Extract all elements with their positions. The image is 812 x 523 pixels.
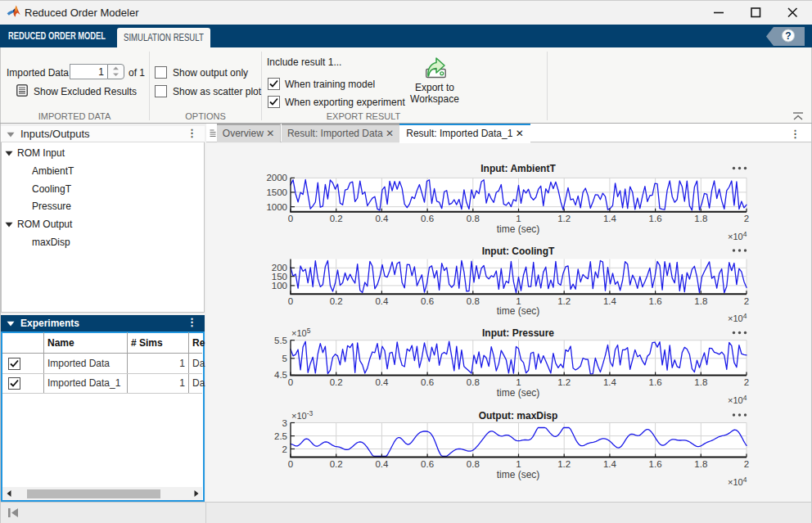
svg-text:5.5: 5.5	[274, 336, 287, 345]
svg-text:1000: 1000	[266, 202, 287, 212]
svg-text:2: 2	[744, 296, 749, 306]
svg-text:Input: CoolingT: Input: CoolingT	[482, 246, 555, 257]
svg-text:1: 1	[516, 377, 521, 387]
svg-text:1: 1	[516, 459, 521, 469]
svg-text:1.6: 1.6	[649, 377, 662, 387]
svg-text:1.2: 1.2	[557, 377, 571, 387]
svg-text:1.4: 1.4	[603, 459, 617, 469]
svg-text:1.6: 1.6	[649, 214, 662, 223]
svg-text:0.6: 0.6	[421, 459, 434, 469]
svg-text:1: 1	[516, 214, 521, 223]
svg-text:2: 2	[744, 459, 749, 469]
svg-text:1.8: 1.8	[694, 296, 707, 306]
svg-text:0.6: 0.6	[421, 296, 434, 306]
svg-text:1.8: 1.8	[694, 377, 707, 387]
svg-text:2000: 2000	[266, 173, 287, 183]
svg-text:0.8: 0.8	[467, 296, 480, 306]
svg-text:0.8: 0.8	[467, 459, 480, 469]
svg-text:0.6: 0.6	[421, 377, 434, 387]
svg-text:×104: ×104	[728, 230, 747, 241]
svg-text:×104: ×104	[728, 476, 747, 487]
svg-text:×104: ×104	[728, 394, 747, 405]
svg-text:2: 2	[744, 377, 749, 387]
svg-text:0.4: 0.4	[375, 377, 389, 387]
svg-text:1.4: 1.4	[603, 377, 617, 387]
svg-text:0: 0	[288, 214, 293, 223]
svg-text:4.5: 4.5	[274, 370, 287, 380]
svg-text:0.2: 0.2	[330, 214, 343, 223]
svg-text:1.6: 1.6	[649, 296, 662, 306]
svg-text:time (sec): time (sec)	[497, 469, 540, 480]
svg-text:0.4: 0.4	[375, 214, 389, 223]
svg-text:1.8: 1.8	[694, 459, 707, 469]
svg-text:2.5: 2.5	[274, 431, 287, 441]
svg-text:time (sec): time (sec)	[497, 387, 540, 399]
svg-text:time (sec): time (sec)	[497, 223, 540, 235]
svg-text:time (sec): time (sec)	[497, 305, 540, 317]
svg-text:1.8: 1.8	[694, 214, 707, 223]
svg-text:100: 100	[272, 281, 287, 291]
svg-text:2: 2	[282, 444, 287, 454]
svg-text:Output: maxDisp: Output: maxDisp	[479, 410, 558, 422]
svg-text:1.4: 1.4	[603, 214, 617, 223]
svg-text:×104: ×104	[728, 312, 747, 323]
svg-text:0.8: 0.8	[467, 214, 480, 223]
svg-text:0.2: 0.2	[330, 377, 343, 387]
svg-text:Input: Pressure: Input: Pressure	[482, 327, 554, 339]
svg-text:1.2: 1.2	[557, 459, 571, 469]
svg-text:0: 0	[288, 296, 293, 306]
svg-text:0.8: 0.8	[467, 377, 480, 387]
svg-text:5: 5	[282, 354, 287, 363]
svg-text:×105: ×105	[291, 327, 311, 338]
svg-text:1.4: 1.4	[603, 296, 617, 306]
svg-text:1.2: 1.2	[557, 214, 571, 223]
svg-text:0: 0	[288, 459, 293, 469]
svg-text:×10-3: ×10-3	[291, 409, 314, 421]
svg-text:0: 0	[288, 377, 293, 387]
svg-text:2: 2	[744, 214, 749, 223]
svg-text:Input: AmbientT: Input: AmbientT	[480, 163, 556, 174]
svg-text:1.2: 1.2	[557, 296, 571, 306]
svg-text:1500: 1500	[266, 187, 287, 197]
svg-text:0.2: 0.2	[330, 459, 343, 469]
svg-text:3: 3	[282, 418, 287, 428]
svg-text:0.6: 0.6	[421, 214, 434, 223]
svg-text:1.6: 1.6	[649, 459, 662, 469]
svg-text:0.4: 0.4	[375, 459, 389, 469]
svg-text:0.2: 0.2	[330, 296, 343, 306]
svg-text:1: 1	[516, 296, 521, 306]
svg-text:0.4: 0.4	[375, 296, 389, 306]
svg-text:150: 150	[272, 272, 287, 282]
